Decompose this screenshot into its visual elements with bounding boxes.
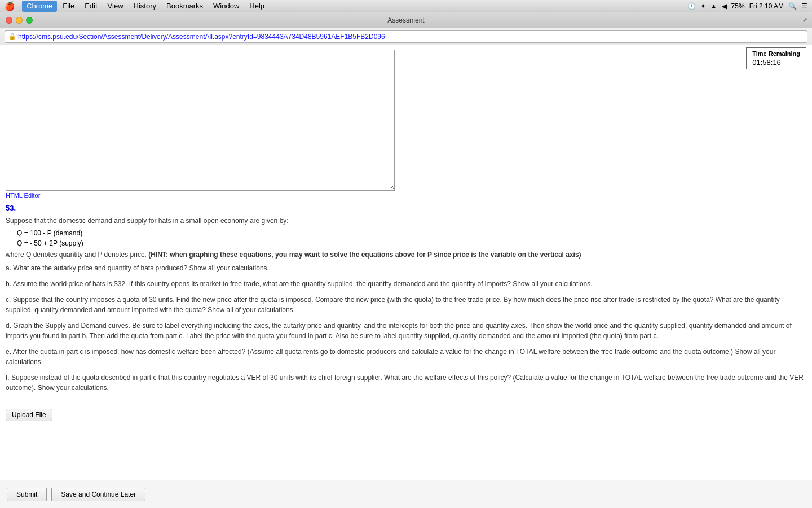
- part-a: a. What are the autarky price and quanti…: [6, 263, 806, 273]
- browser-content: Time Remaining 01:58:16 HTML Editor 53. …: [0, 45, 812, 508]
- menubar-right: 🕐 ✦ ▲ ◀ 75% Fri 2:10 AM 🔍 ☰: [687, 2, 807, 10]
- timer-box: Time Remaining 01:58:16: [746, 47, 806, 69]
- menu-bookmarks[interactable]: Bookmarks: [162, 1, 208, 12]
- part-c: c. Suppose that the country imposes a qu…: [6, 295, 806, 315]
- upload-file-button[interactable]: Upload File: [6, 409, 52, 421]
- equation-supply: Q = - 50 + 2P (supply): [17, 239, 806, 247]
- clock-icon: 🕐: [687, 2, 696, 10]
- datetime: Fri 2:10 AM: [749, 2, 784, 10]
- part-f-bold: Show your calculations.: [38, 384, 109, 392]
- resize-icon[interactable]: ⤢: [802, 16, 807, 24]
- window-controls: [6, 17, 33, 24]
- menu-chrome[interactable]: Chrome: [22, 1, 57, 12]
- menubar: 🍎 Chrome File Edit View History Bookmark…: [0, 0, 812, 12]
- menu-edit[interactable]: Edit: [80, 1, 102, 12]
- part-d: d. Graph the Supply and Demand curves. B…: [6, 321, 806, 341]
- submit-button[interactable]: Submit: [7, 488, 47, 501]
- equation-demand: Q = 100 - P (demand): [17, 229, 806, 237]
- part-c-bold: Show all of your calculations.: [208, 306, 295, 314]
- part-f-prefix: f. Suppose instead of the quota describe…: [6, 374, 804, 392]
- upload-area: Upload File: [0, 404, 812, 426]
- menu-window[interactable]: Window: [209, 1, 244, 12]
- list-icon[interactable]: ☰: [801, 2, 807, 10]
- editor-area: HTML Editor: [6, 50, 806, 199]
- url-bar[interactable]: 🔒 https://cms.psu.edu/Section/Assessment…: [5, 30, 807, 43]
- lock-icon: 🔒: [8, 33, 16, 40]
- spotlight-icon[interactable]: 🔍: [788, 2, 797, 10]
- timer-label: Time Remaining: [752, 50, 800, 57]
- close-button[interactable]: [6, 17, 12, 24]
- hint-prefix: where Q denotes quantity and P denotes p…: [6, 251, 148, 259]
- maximize-button[interactable]: [26, 17, 33, 24]
- hint-bold: (HINT: when graphing these equations, yo…: [148, 251, 581, 259]
- url-text: https://cms.psu.edu/Section/Assessment/D…: [18, 33, 385, 41]
- menu-view[interactable]: View: [103, 1, 128, 12]
- titlebar: Assessment ⤢: [0, 12, 812, 28]
- wifi-icon: ▲: [710, 2, 717, 10]
- menu-help[interactable]: Help: [245, 1, 269, 12]
- part-b-prefix: b. Assume the world price of hats is $32…: [6, 280, 513, 288]
- part-e: e. After the quota in part c is imposed,…: [6, 347, 806, 367]
- part-a-bold: Show all your calculations.: [189, 264, 269, 272]
- part-f: f. Suppose instead of the quota describe…: [6, 373, 806, 393]
- part-b: b. Assume the world price of hats is $32…: [6, 279, 806, 289]
- part-a-text: a. What are the autarky price and quanti…: [6, 264, 189, 272]
- part-e-prefix: e. After the quota in part c is imposed,…: [6, 348, 735, 356]
- minimize-button[interactable]: [16, 17, 23, 24]
- html-editor-link[interactable]: HTML Editor: [6, 192, 40, 199]
- save-continue-button[interactable]: Save and Continue Later: [51, 488, 145, 501]
- part-b-bold: Show all your calculations.: [513, 280, 592, 288]
- tab-title: Assessment: [387, 16, 424, 24]
- menu-items: Chrome File Edit View History Bookmarks …: [22, 1, 269, 12]
- timer-value: 01:58:16: [752, 58, 800, 67]
- question-number: 53.: [6, 204, 806, 212]
- question-hint: where Q denotes quantity and P denotes p…: [6, 249, 806, 260]
- apple-menu[interactable]: 🍎: [5, 1, 15, 11]
- menu-history[interactable]: History: [129, 1, 161, 12]
- menu-file[interactable]: File: [58, 1, 79, 12]
- question-intro: Suppose that the domestic demand and sup…: [6, 216, 806, 226]
- part-c-prefix: c. Suppose that the country imposes a qu…: [6, 296, 780, 314]
- question-section: 53. Suppose that the domestic demand and…: [0, 200, 812, 404]
- bottom-bar: Submit Save and Continue Later: [0, 480, 812, 508]
- answer-textarea[interactable]: [6, 50, 395, 191]
- addressbar: 🔒 https://cms.psu.edu/Section/Assessment…: [0, 28, 812, 45]
- bluetooth-icon: ✦: [700, 2, 706, 10]
- volume-icon: ◀: [722, 2, 727, 10]
- battery-level: 75%: [731, 2, 745, 10]
